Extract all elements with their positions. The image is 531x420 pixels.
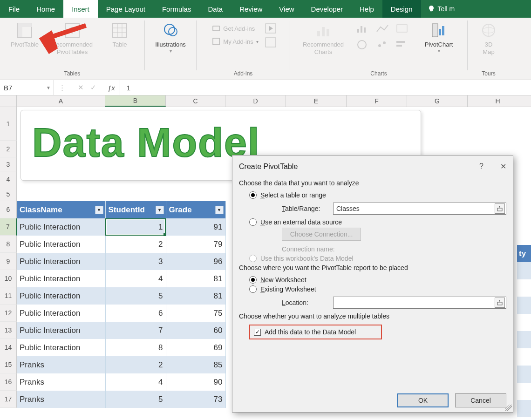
filter-dropdown-icon[interactable]: ▾	[215, 206, 224, 214]
people-graph-icon[interactable]	[265, 37, 276, 47]
table-cell[interactable]: 81	[166, 270, 225, 287]
table-cell[interactable]: 7	[105, 322, 166, 339]
3d-map-button[interactable]: 3D Map	[471, 20, 506, 55]
table-cell[interactable]: 5	[105, 391, 166, 408]
row-header[interactable]: 10	[0, 270, 17, 287]
table-cell[interactable]: Public Interaction	[17, 305, 105, 322]
row-header[interactable]: 9	[0, 253, 17, 270]
help-button[interactable]: ?	[476, 160, 487, 173]
table-row[interactable]: Public Interaction760	[17, 322, 225, 339]
my-addins-button[interactable]: My Add-ins ▾	[210, 36, 260, 47]
table-cell[interactable]: 96	[166, 253, 225, 270]
table-cell[interactable]: 73	[166, 391, 225, 408]
table-row[interactable]: Pranks490	[17, 373, 225, 391]
tab-file[interactable]: File	[0, 0, 28, 18]
table-row[interactable]: Pranks285	[17, 356, 225, 373]
table-cell[interactable]: 6	[105, 305, 166, 322]
recommended-charts-button[interactable]: Recommended Charts	[298, 20, 349, 55]
select-all-corner[interactable]	[0, 95, 17, 107]
table-row[interactable]: Public Interaction481	[17, 270, 225, 287]
table-cell[interactable]: 85	[166, 356, 225, 373]
radio-existing-worksheet[interactable]: Existing Worksheet	[249, 285, 506, 293]
table-cell[interactable]: 1	[105, 218, 166, 236]
table-cell[interactable]: Public Interaction	[17, 236, 105, 253]
ok-button[interactable]: OK	[397, 393, 449, 407]
row-header[interactable]: 12	[0, 305, 17, 322]
tab-help[interactable]: Help	[351, 0, 382, 18]
close-button[interactable]: ✕	[497, 160, 510, 173]
tab-review[interactable]: Review	[231, 0, 271, 18]
radio-external-source[interactable]: Use an external data source	[249, 218, 506, 226]
resize-grip[interactable]	[505, 405, 512, 411]
pivotchart-button[interactable]: PivotChart ▾	[418, 20, 460, 54]
add-to-data-model-checkbox[interactable]: ✓ Add this data to the Data Model	[249, 325, 382, 339]
col-header-b[interactable]: B	[105, 95, 166, 107]
illustrations-button[interactable]: Illustrations ▾	[145, 20, 196, 54]
row-header[interactable]: 5	[0, 187, 17, 201]
row-header[interactable]: 3	[0, 157, 17, 171]
table-cell[interactable]: 79	[166, 236, 225, 253]
row-header[interactable]: 1	[0, 107, 17, 141]
row-header[interactable]: 15	[0, 356, 17, 373]
table-button[interactable]: Table	[102, 20, 137, 48]
range-picker-icon[interactable]	[495, 298, 505, 308]
row-header[interactable]: 14	[0, 339, 17, 356]
tab-home[interactable]: Home	[28, 0, 63, 18]
col-header-d[interactable]: D	[225, 95, 286, 107]
table-cell[interactable]: Public Interaction	[17, 322, 105, 339]
tab-view[interactable]: View	[271, 0, 302, 18]
table-row[interactable]: Public Interaction279	[17, 236, 225, 253]
recommended-pivottables-button[interactable]: ? Recommended PivotTables	[47, 20, 98, 55]
table-range-input[interactable]: Classes	[333, 203, 506, 215]
table-cell[interactable]: 4	[105, 270, 166, 287]
table-cell[interactable]: 2	[105, 356, 166, 373]
table-cell[interactable]: Public Interaction	[17, 339, 105, 356]
radio-select-table[interactable]: Select a table or range	[249, 191, 506, 199]
table-row[interactable]: Pranks573	[17, 391, 225, 408]
table-cell[interactable]: 90	[166, 373, 225, 391]
table-cell[interactable]: 2	[105, 236, 166, 253]
radio-new-worksheet[interactable]: New Worksheet	[249, 276, 506, 284]
filter-dropdown-icon[interactable]: ▾	[156, 206, 164, 214]
col-header-e[interactable]: E	[286, 95, 347, 107]
cancel-icon[interactable]: ✕	[78, 83, 84, 92]
tab-developer[interactable]: Developer	[303, 0, 351, 18]
row-header[interactable]: 6	[0, 201, 17, 218]
table-cell[interactable]: 75	[166, 305, 225, 322]
row-header[interactable]: 2	[0, 141, 17, 157]
tab-data[interactable]: Data	[199, 0, 231, 18]
choose-connection-button[interactable]: Choose Connection...	[282, 228, 361, 241]
range-picker-icon[interactable]	[495, 203, 505, 214]
tell-me[interactable]: Tell m	[421, 0, 459, 18]
col-header-grade[interactable]: Grade▾	[166, 201, 225, 218]
col-header-f[interactable]: F	[347, 95, 407, 107]
tab-design[interactable]: Design	[382, 0, 421, 18]
row-header[interactable]: 8	[0, 236, 17, 253]
cancel-button[interactable]: Cancel	[455, 393, 506, 407]
get-addins-button[interactable]: Get Add-ins	[210, 23, 260, 34]
location-input[interactable]	[333, 297, 506, 309]
table-cell[interactable]: Public Interaction	[17, 218, 105, 236]
table-cell[interactable]: 91	[166, 218, 225, 236]
row-header[interactable]: 16	[0, 373, 17, 391]
col-header-classname[interactable]: ClassName▾	[17, 201, 105, 218]
table-cell[interactable]: 69	[166, 339, 225, 356]
table-cell[interactable]: 5	[105, 287, 166, 305]
table-row[interactable]: Public Interaction869	[17, 339, 225, 356]
formula-value[interactable]: 1	[120, 84, 130, 92]
table-cell[interactable]: Pranks	[17, 373, 105, 391]
table-row[interactable]: Public Interaction396	[17, 253, 225, 270]
col-header-h[interactable]: H	[468, 95, 528, 107]
table-cell[interactable]: Public Interaction	[17, 270, 105, 287]
table-cell[interactable]: 3	[105, 253, 166, 270]
table-cell[interactable]: 8	[105, 339, 166, 356]
fx-button[interactable]: ƒx	[103, 80, 120, 95]
row-header[interactable]: 7	[0, 218, 17, 236]
table-cell[interactable]: 81	[166, 287, 225, 305]
table-row[interactable]: Public Interaction675	[17, 305, 225, 322]
col-header-g[interactable]: G	[407, 95, 468, 107]
filter-dropdown-icon[interactable]: ▾	[95, 206, 103, 214]
table-row[interactable]: Public Interaction581	[17, 287, 225, 305]
table-cell[interactable]: Public Interaction	[17, 287, 105, 305]
chart-type-grid[interactable]	[356, 23, 410, 52]
